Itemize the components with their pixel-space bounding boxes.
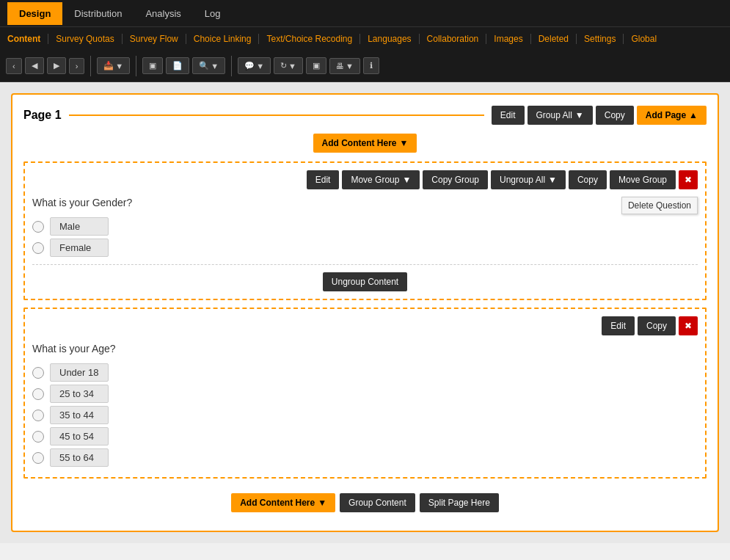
choice-under18-label[interactable]: Under 18 [50,363,109,382]
tab-log[interactable]: Log [193,2,233,25]
toolbar-image-btn[interactable]: ▣ [142,57,163,74]
document-icon: 📄 [172,61,183,70]
radio-male-icon[interactable] [32,221,44,233]
toolbar-sep-1 [90,56,91,76]
toolbar: ‹ ◀ ▶ › 📥 ▼ ▣ 📄 🔍 ▼ 💬 ▼ ↻ ▼ ▣ 🖶 ▼ ℹ [0,50,730,82]
sub-nav: Content Survey Quotas Survey Flow Choice… [0,26,730,50]
radio-45to54-icon[interactable] [32,431,44,443]
search-dd-arrow: ▼ [211,62,219,70]
choice-25to34-label[interactable]: 25 to 34 [50,385,109,403]
radio-female-icon[interactable] [32,242,44,254]
choice-55to64-label[interactable]: 55 to 64 [50,448,109,467]
question-2-section: Edit Copy ✖ What is your Age? Under 18 2… [23,308,707,479]
page-add-page-button[interactable]: Add Page ▲ [637,106,707,125]
toolbar-copy-btn[interactable]: ▣ [306,57,326,74]
bottom-add-content-arrow-icon: ▼ [318,498,326,508]
choice-35to44-label[interactable]: 35 to 44 [50,406,109,424]
ungroup-section: Ungroup Content [32,264,698,291]
page-edit-button[interactable]: Edit [492,106,525,125]
radio-55to64-icon[interactable] [32,452,44,464]
add-content-top: Add Content Here ▼ [23,134,707,153]
tab-distribution[interactable]: Distribution [62,2,134,25]
subnav-images[interactable]: Images [486,34,530,44]
subnav-choice-linking[interactable]: Choice Linking [186,34,260,44]
toolbar-refresh-btn[interactable]: ↻ ▼ [274,57,303,74]
comment-icon: 💬 [244,61,255,70]
choice-35to44: 35 to 44 [32,406,698,424]
toolbar-search-btn[interactable]: 🔍 ▼ [192,57,225,74]
group-copy-group-button[interactable]: Copy Group [423,170,488,189]
tab-analysis[interactable]: Analysis [134,2,192,25]
copy-icon: ▣ [313,61,320,70]
page-title-divider [69,114,484,116]
print-dd-arrow: ▼ [346,62,354,70]
chevron-right-icon: › [76,62,79,70]
subnav-settings[interactable]: Settings [577,34,624,44]
bottom-add-content-button[interactable]: Add Content Here ▼ [231,493,335,512]
choice-female: Female [32,239,698,257]
subnav-content[interactable]: Content [7,34,48,44]
q2-edit-button[interactable]: Edit [602,316,635,335]
group-edit-button[interactable]: Edit [307,170,340,189]
choice-25to34: 25 to 34 [32,385,698,403]
import-dd-arrow: ▼ [115,62,123,70]
arrow-left-icon: ◀ [32,61,37,70]
subnav-collaboration[interactable]: Collaboration [420,34,487,44]
refresh-dd-arrow: ▼ [288,62,296,70]
subnav-survey-quotas[interactable]: Survey Quotas [48,34,122,44]
import-icon: 📥 [103,61,114,70]
group-toolbar: Edit Move Group ▼ Copy Group Ungroup All… [32,170,698,189]
toolbar-back-btn[interactable]: ‹ [6,58,22,74]
group-move-group-button-1[interactable]: Move Group ▼ [342,170,420,189]
choice-male: Male [32,217,698,236]
add-content-top-button[interactable]: Add Content Here ▼ [313,134,417,153]
subnav-text-choice-recoding[interactable]: Text/Choice Recoding [259,34,360,44]
ungroup-content-button[interactable]: Ungroup Content [323,272,407,291]
print-icon: 🖶 [336,62,344,70]
toolbar-import-btn[interactable]: 📥 ▼ [97,57,130,74]
bottom-split-page-button[interactable]: Split Page Here [420,493,499,512]
q2-copy-button[interactable]: Copy [638,316,676,335]
toolbar-comment-btn[interactable]: 💬 ▼ [238,57,271,74]
page-actions: Edit Group All ▼ Copy Add Page ▲ [492,106,707,125]
group-move-group-button-2[interactable]: Move Group [610,170,676,189]
toolbar-info-btn[interactable]: ℹ [363,57,379,74]
bottom-bar: Add Content Here ▼ Group Content Split P… [23,486,707,520]
question-2-text: What is your Age? [32,343,698,354]
page-copy-button[interactable]: Copy [596,106,634,125]
ungroup-all-arrow-icon: ▼ [548,175,557,185]
radio-35to44-icon[interactable] [32,410,44,421]
choice-45to54: 45 to 54 [32,427,698,446]
info-icon: ℹ [370,61,373,70]
toolbar-forward-btn[interactable]: › [69,58,85,74]
group-ungroup-all-button[interactable]: Ungroup All ▼ [491,170,566,189]
choice-male-label[interactable]: Male [50,217,109,236]
bottom-group-content-button[interactable]: Group Content [340,493,415,512]
subnav-global[interactable]: Global [624,34,664,44]
toolbar-prev-btn[interactable]: ◀ [25,57,44,74]
image-icon: ▣ [149,61,156,70]
choice-female-label[interactable]: Female [50,239,109,257]
group-delete-button[interactable]: ✖ [679,170,698,189]
main-content: Page 1 Edit Group All ▼ Copy Add Page ▲ … [0,82,730,543]
choice-45to54-label[interactable]: 45 to 54 [50,427,109,446]
page-title: Page 1 [23,106,62,125]
arrow-right-icon: ▶ [54,61,59,70]
search-icon: 🔍 [199,61,209,70]
subnav-survey-flow[interactable]: Survey Flow [123,34,186,44]
radio-under18-icon[interactable] [32,367,44,379]
subnav-deleted[interactable]: Deleted [531,34,577,44]
chevron-left-icon: ‹ [12,62,15,70]
toolbar-print-btn[interactable]: 🖶 ▼ [329,58,360,74]
toolbar-sep-3 [231,56,232,76]
toolbar-next-btn[interactable]: ▶ [47,57,66,74]
group-copy-button[interactable]: Copy [569,170,607,189]
move-group-arrow-icon-1: ▼ [402,175,411,185]
toolbar-document-btn[interactable]: 📄 [166,57,189,74]
page-group-all-button[interactable]: Group All ▼ [528,106,593,125]
q2-delete-button[interactable]: ✖ [679,316,698,335]
radio-25to34-icon[interactable] [32,388,44,400]
subnav-languages[interactable]: Languages [360,34,419,44]
tab-design[interactable]: Design [7,2,62,25]
comment-dd-arrow: ▼ [256,62,264,70]
